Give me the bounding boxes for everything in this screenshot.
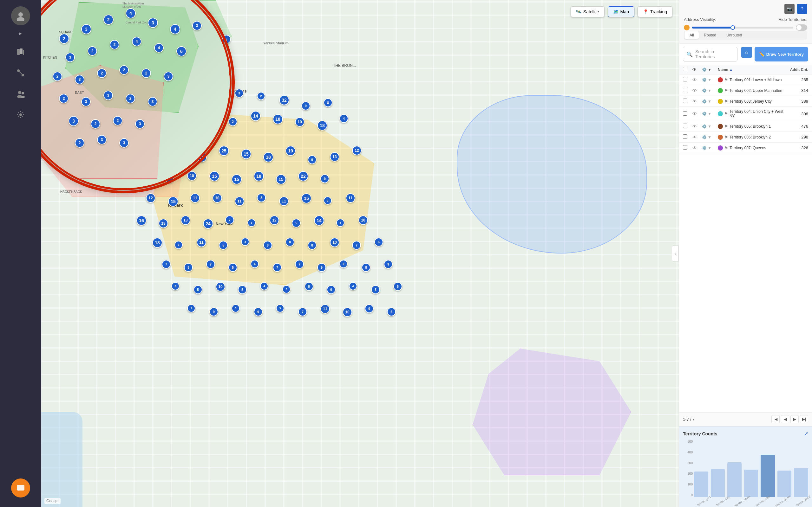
zoom-pin[interactable]: 3: [148, 18, 158, 28]
map-pin[interactable]: 11: [235, 196, 244, 206]
map-pin[interactable]: 3: [232, 304, 240, 313]
zoom-pin[interactable]: 3: [119, 138, 129, 148]
zoom-pin[interactable]: 2: [113, 116, 122, 125]
zoom-pin[interactable]: 2: [91, 119, 100, 129]
map-pin[interactable]: 9: [327, 285, 336, 294]
zoom-pin[interactable]: 3: [75, 75, 84, 84]
map-pin[interactable]: 10: [330, 238, 339, 247]
zoom-pin[interactable]: 3: [148, 97, 157, 107]
map-pin[interactable]: 13: [159, 219, 168, 228]
zoom-pin[interactable]: 6: [176, 46, 187, 56]
map-pin[interactable]: 8: [286, 238, 294, 246]
map-pin[interactable]: 9: [308, 155, 316, 164]
map-pin[interactable]: 24: [203, 219, 213, 229]
map-pin[interactable]: 5: [194, 285, 202, 294]
map-pin[interactable]: 13: [330, 152, 339, 162]
zoom-pin[interactable]: 2: [110, 40, 119, 49]
map-pin[interactable]: 2: [174, 241, 183, 249]
territory-gear-2[interactable]: ⚙️ ▼: [702, 89, 718, 93]
hide-territories-toggle[interactable]: [796, 24, 807, 31]
zoom-pin[interactable]: 3: [81, 97, 91, 107]
map-pin[interactable]: 2: [323, 196, 332, 205]
map-view-button[interactable]: 🗺️ Map: [608, 6, 635, 17]
zoom-pin[interactable]: 2: [75, 138, 84, 148]
territory-checkbox-7[interactable]: [683, 145, 693, 151]
zoom-pin[interactable]: 3: [68, 116, 79, 126]
map-pin[interactable]: 3: [235, 89, 244, 98]
zoom-pin[interactable]: 2: [59, 34, 69, 44]
map-pin[interactable]: 3: [276, 304, 284, 313]
territory-gear-3[interactable]: ⚙️ ▼: [702, 99, 718, 104]
map-pin[interactable]: 18: [263, 152, 273, 162]
tab-all[interactable]: All: [684, 32, 699, 39]
map-pin[interactable]: 7: [162, 260, 171, 269]
map-pin[interactable]: 10: [295, 117, 305, 127]
map-pin[interactable]: 9: [320, 174, 329, 183]
panel-collapse-button[interactable]: ‹: [672, 245, 679, 262]
map-pin[interactable]: 3: [339, 260, 348, 268]
territory-checkbox-5[interactable]: [683, 124, 693, 129]
th-addr-cnt[interactable]: Addr. Cnt.: [789, 67, 808, 72]
zoom-pin[interactable]: 4: [132, 37, 142, 46]
zoom-pin[interactable]: 2: [103, 14, 113, 25]
zoom-pin[interactable]: 3: [65, 53, 75, 62]
map-background[interactable]: MANHATTAN KITCHEN MIDTOWN Queens THE BRO…: [41, 0, 679, 507]
territory-name-4[interactable]: Territory 004: Union City + West NY: [729, 109, 789, 118]
map-pin[interactable]: 16: [136, 216, 147, 226]
territory-gear-4[interactable]: ⚙️ ▼: [702, 112, 718, 116]
map-pin[interactable]: 8: [184, 263, 193, 272]
territory-gear-7[interactable]: ⚙️ ▼: [702, 146, 718, 150]
search-input[interactable]: Search in Territories: [695, 49, 734, 59]
territory-visibility-5[interactable]: 👁: [693, 124, 702, 129]
chart-bar[interactable]: [777, 470, 792, 497]
map-pin[interactable]: 10: [358, 216, 368, 225]
chart-bar[interactable]: [727, 462, 742, 497]
help-button[interactable]: ?: [797, 4, 807, 14]
map-pin[interactable]: 11: [190, 193, 200, 203]
zoom-pin[interactable]: 4: [125, 8, 136, 18]
map-pin[interactable]: 15: [241, 149, 251, 159]
map-pin[interactable]: 3: [171, 282, 180, 290]
zoom-pin[interactable]: 4: [170, 24, 180, 34]
map-pin[interactable]: 2: [187, 304, 195, 313]
territory-checkbox-3[interactable]: [683, 99, 693, 104]
map-pin[interactable]: 8: [323, 98, 333, 107]
map-pin[interactable]: 19: [286, 146, 296, 156]
chart-bar[interactable]: [794, 468, 808, 497]
map-pin[interactable]: 5: [219, 241, 228, 250]
map-pin[interactable]: 2: [257, 92, 265, 100]
zoom-pin[interactable]: 2: [53, 72, 62, 81]
map-pin[interactable]: 7: [225, 216, 234, 224]
map-pin[interactable]: 12: [270, 216, 279, 225]
zoom-pin[interactable]: 3: [135, 119, 145, 129]
map-pin[interactable]: 18: [152, 238, 162, 248]
map-pin[interactable]: 13: [181, 216, 190, 225]
map-pin[interactable]: 14: [251, 111, 261, 121]
map-pin[interactable]: 18: [317, 120, 327, 130]
map-pin[interactable]: 7: [352, 241, 361, 250]
territory-gear-6[interactable]: ⚙️ ▼: [702, 135, 718, 139]
territory-name-5[interactable]: Territory 005: Brooklyn 1: [729, 124, 789, 129]
map-pin[interactable]: 11: [279, 196, 289, 206]
slider-track[interactable]: [692, 26, 793, 29]
zoom-pin[interactable]: 3: [103, 91, 113, 100]
territory-checkbox-2[interactable]: [683, 88, 693, 93]
map-pin[interactable]: 22: [298, 171, 308, 181]
zoom-pin[interactable]: 3: [81, 24, 91, 34]
tab-routed[interactable]: Routed: [699, 32, 721, 39]
map-pin[interactable]: 8: [263, 241, 272, 250]
map-pin[interactable]: 8: [308, 241, 316, 250]
map-pin[interactable]: 11: [197, 238, 206, 247]
territory-visibility-4[interactable]: 👁: [693, 111, 702, 116]
satellite-button[interactable]: 🛰️ Satellite: [571, 6, 605, 17]
tab-unrouted[interactable]: Unrouted: [721, 32, 747, 39]
draw-territory-button[interactable]: ✏️ Draw New Territory: [755, 47, 808, 61]
map-pin[interactable]: 18: [254, 171, 264, 181]
map-pin[interactable]: 4: [260, 282, 268, 290]
chart-bar[interactable]: [694, 471, 708, 497]
map-pin[interactable]: 5: [387, 307, 396, 316]
sidebar-item-people[interactable]: [13, 86, 29, 102]
zoom-pin[interactable]: 2: [97, 68, 107, 78]
map-pin[interactable]: 10: [212, 193, 222, 203]
page-first-button[interactable]: |◀: [771, 415, 780, 424]
